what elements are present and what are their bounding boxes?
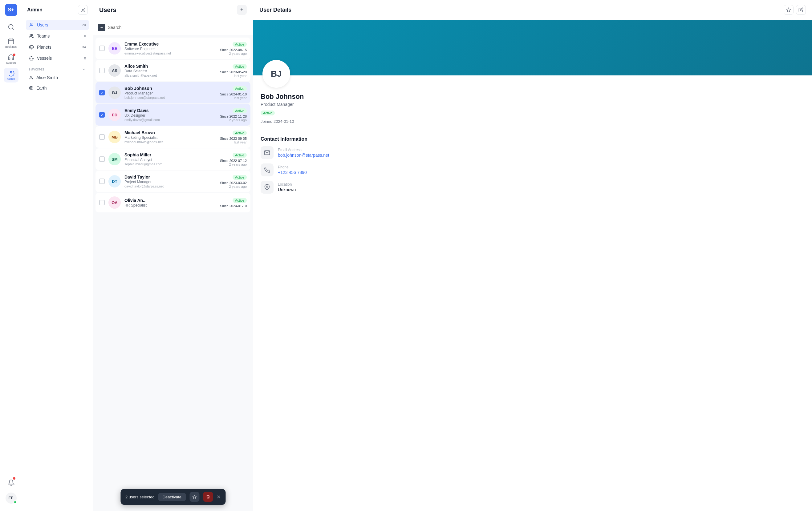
user-item-ed[interactable]: ED Emily Davis UX Designer emily.davis@g…: [95, 104, 251, 126]
svg-marker-13: [193, 495, 196, 499]
user-since-ed: Since 2022-11-28: [220, 115, 247, 118]
user-email-mb: michael.brown@apex.net: [124, 140, 216, 144]
location-label: Location: [278, 182, 296, 186]
users-panel-title: Users: [99, 6, 116, 13]
delete-selected-button[interactable]: [203, 492, 213, 502]
user-name-bj: Bob Johnson: [124, 86, 216, 91]
user-meta-sm: Active Since 2022-07-12 2 years ago: [220, 152, 247, 166]
user-name-ed: Emily Davis: [124, 108, 216, 113]
sidebar-fav-alice-label: Alice Smith: [36, 75, 58, 80]
user-since-sm: Since 2022-07-12: [220, 159, 247, 162]
user-item-ee[interactable]: EE Emma Executive Software Engineer emma…: [95, 37, 251, 59]
user-avatar-sm: SM: [109, 153, 121, 165]
bookings-button[interactable]: Bookings: [4, 36, 19, 51]
sidebar: Admin Users 20 Teams 0 Planets 34 Vessel…: [22, 0, 93, 511]
user-item-oa[interactable]: OA Olivia An... HR Specialist Active Sin…: [95, 193, 251, 212]
user-ago-dt: 2 years ago: [220, 185, 247, 188]
search-button[interactable]: [4, 20, 19, 34]
user-hero-banner: BJ: [253, 20, 812, 76]
user-email-ed: emily.davis@gmail.com: [124, 118, 216, 122]
user-avatar-bj: BJ: [109, 87, 121, 99]
location-value: Unknown: [278, 187, 296, 192]
user-info-mb: Michael Brown Marketing Specialist micha…: [124, 130, 216, 144]
user-item-dt[interactable]: DT David Taylor Project Manager david.ta…: [95, 171, 251, 192]
user-status-ed: Active: [233, 108, 247, 113]
search-input[interactable]: [108, 25, 248, 30]
user-meta-oa: Active Since 2024-01-10: [220, 197, 247, 208]
contact-section-title: Contact Information: [261, 137, 805, 142]
user-item-mb[interactable]: MB Michael Brown Marketing Specialist mi…: [95, 126, 251, 148]
svg-point-7: [30, 23, 32, 25]
user-info-as: Alice Smith Data Scientist alice.smith@a…: [124, 64, 216, 77]
edit-user-button[interactable]: [796, 5, 806, 15]
user-item-sm[interactable]: SM Sophia Miller Financial Analyst sophi…: [95, 148, 251, 170]
user-meta-ed: Active Since 2022-11-28 2 years ago: [220, 108, 247, 122]
user-ago-ee: 2 years ago: [220, 52, 247, 55]
add-user-button[interactable]: +: [237, 5, 247, 15]
user-since-bj: Since 2024-01-10: [220, 92, 247, 96]
email-value[interactable]: bob.johnson@starpass.net: [278, 153, 329, 158]
user-checkbox-oa[interactable]: [99, 200, 105, 205]
user-meta-ee: Active Since 2022-08-15 2 years ago: [220, 41, 247, 55]
admin-label: Admin: [7, 77, 15, 80]
user-email-sm: sophia.miller@gmail.com: [124, 162, 216, 166]
user-status-oa: Active: [233, 198, 247, 203]
admin-button[interactable]: Admin: [4, 68, 19, 83]
support-button[interactable]: Support: [4, 52, 19, 66]
user-checkbox-ee[interactable]: [99, 46, 105, 51]
user-checkbox-sm[interactable]: [99, 156, 105, 162]
user-role-ee: Software Engineer: [124, 47, 216, 51]
sidebar-header: Admin: [26, 5, 89, 15]
phone-value[interactable]: +123 456 7890: [278, 170, 307, 175]
user-ago-sm: 2 years ago: [220, 162, 247, 166]
favorite-user-button[interactable]: [784, 5, 793, 15]
app-logo[interactable]: S+: [5, 4, 17, 16]
user-meta-dt: Active Since 2023-03-02 2 years ago: [220, 174, 247, 188]
user-item-as[interactable]: AS Alice Smith Data Scientist alice.smit…: [95, 60, 251, 81]
user-checkbox-mb[interactable]: [99, 134, 105, 140]
sidebar-item-planets[interactable]: Planets 34: [26, 42, 89, 52]
user-avatar[interactable]: EE: [5, 492, 17, 504]
sidebar-settings-button[interactable]: [78, 5, 88, 15]
close-floating-bar-button[interactable]: ✕: [216, 494, 221, 500]
favorite-selected-button[interactable]: [190, 492, 199, 502]
contact-location-item: Location Unknown: [261, 181, 805, 193]
deselect-all-button[interactable]: [98, 24, 105, 31]
email-label: Email Address: [278, 148, 329, 152]
user-avatar-dt: DT: [109, 175, 121, 187]
user-role-dt: Project Manager: [124, 180, 216, 184]
sidebar-item-planets-count: 34: [82, 45, 86, 49]
user-avatar-as: AS: [109, 64, 121, 77]
svg-point-6: [82, 9, 84, 10]
user-checkbox-dt[interactable]: [99, 179, 105, 184]
svg-marker-14: [786, 8, 790, 12]
user-checkbox-ed[interactable]: [99, 112, 105, 118]
deactivate-button[interactable]: Deactivate: [158, 493, 186, 501]
sidebar-fav-earth[interactable]: Earth: [26, 83, 89, 93]
user-email-ee: emma.executive@starpass.net: [124, 52, 216, 55]
user-role-as: Data Scientist: [124, 69, 216, 73]
user-checkbox-as[interactable]: [99, 68, 105, 73]
user-ago-as: last year: [220, 74, 247, 78]
users-panel-header: Users +: [93, 0, 253, 20]
user-checkbox-bj[interactable]: [99, 90, 105, 95]
sidebar-item-vessels[interactable]: Vessels 0: [26, 53, 89, 63]
user-role-bj: Product Manager: [124, 91, 216, 95]
notifications-button[interactable]: [4, 475, 19, 490]
sidebar-item-teams[interactable]: Teams 0: [26, 31, 89, 41]
user-info-dt: David Taylor Project Manager david.taylo…: [124, 175, 216, 188]
user-since-dt: Since 2023-03-02: [220, 181, 247, 185]
user-detail-avatar: BJ: [262, 60, 290, 88]
user-item-bj[interactable]: BJ Bob Johnson Product Manager bob.johns…: [95, 82, 251, 103]
user-status-mb: Active: [233, 130, 247, 136]
support-notification-dot: [13, 54, 16, 56]
sidebar-item-users[interactable]: Users 20: [26, 20, 89, 30]
user-email-as: alice.smith@apex.net: [124, 73, 216, 77]
user-ago-bj: last year: [220, 96, 247, 100]
svg-rect-1: [8, 39, 13, 44]
user-meta-as: Active Since 2023-05-20 last year: [220, 63, 247, 78]
user-role-sm: Financial Analyst: [124, 158, 216, 162]
sidebar-item-users-label: Users: [37, 23, 48, 27]
sidebar-fav-alice-smith[interactable]: Alice Smith: [26, 73, 89, 83]
users-panel: Users + EE Emma Executive Software Engin…: [93, 0, 253, 511]
